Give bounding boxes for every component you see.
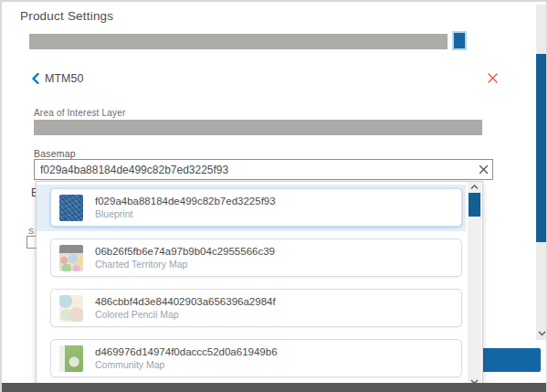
- basemap-item-id: f029a4ba88184de499c82b7ed3225f93: [95, 196, 276, 207]
- window-bottom-edge: [2, 383, 548, 392]
- basemap-input[interactable]: [35, 164, 474, 176]
- basemap-list-item[interactable]: f029a4ba88184de499c82b7ed3225f93 Bluepri…: [37, 185, 466, 231]
- basemap-list-item[interactable]: d469976d14974f0daccc52d0a61949b6 Communi…: [50, 336, 466, 382]
- basemap-thumbnail: [59, 245, 83, 271]
- clear-icon[interactable]: [474, 160, 492, 179]
- basemap-card[interactable]: f029a4ba88184de499c82b7ed3225f93 Bluepri…: [50, 188, 462, 227]
- page-scrollbar-thumb[interactable]: [536, 54, 547, 242]
- product-color-chip[interactable]: [452, 31, 467, 50]
- basemap-item-name: Blueprint: [95, 208, 276, 219]
- dropdown-scrollbar-thumb[interactable]: [469, 193, 480, 217]
- basemap-item-id: 486cbbf4d3e84402903a656396a2984f: [95, 296, 276, 307]
- dropdown-scrollbar[interactable]: [468, 182, 481, 387]
- basemap-list-item[interactable]: 486cbbf4d3e84402903a656396a2984f Colored…: [50, 286, 466, 332]
- basemap-thumbnail: [59, 295, 83, 322]
- area-of-interest-label: Area of Interest Layer: [34, 108, 126, 118]
- area-of-interest-input-redacted[interactable]: [34, 120, 482, 135]
- basemap-item-name: Colored Pencil Map: [95, 309, 276, 320]
- save-button[interactable]: [480, 348, 541, 372]
- close-icon[interactable]: [487, 72, 500, 85]
- basemap-list-item[interactable]: 06b26f5fb6e74a97b9b04c2955566c39 Charted…: [50, 236, 466, 281]
- redacted-product-field[interactable]: [29, 34, 448, 49]
- basemap-thumbnail: [59, 345, 83, 372]
- occluded-field-label-2: S: [28, 227, 34, 236]
- basemap-item-name: Charted Territory Map: [95, 259, 275, 270]
- basemap-card[interactable]: 06b26f5fb6e74a97b9b04c2955566c39 Charted…: [50, 238, 462, 277]
- basemap-combobox: [34, 159, 493, 180]
- back-button[interactable]: MTM50: [32, 72, 83, 85]
- basemap-label: Basemap: [34, 148, 76, 159]
- basemap-card[interactable]: 486cbbf4d3e84402903a656396a2984f Colored…: [50, 289, 462, 327]
- basemap-dropdown-list: f029a4ba88184de499c82b7ed3225f93 Bluepri…: [37, 182, 468, 387]
- chevron-up-icon[interactable]: [468, 182, 481, 192]
- page-scrollbar[interactable]: [536, 5, 547, 340]
- chevron-left-icon: [32, 73, 39, 84]
- basemap-dropdown-panel: f029a4ba88184de499c82b7ed3225f93 Bluepri…: [36, 181, 483, 387]
- basemap-item-name: Community Map: [95, 359, 278, 370]
- basemap-item-id: d469976d14974f0daccc52d0a61949b6: [95, 346, 278, 357]
- page-title: Product Settings: [20, 9, 113, 23]
- product-settings-dialog: Product Settings MTM50 Area of Interest …: [0, 0, 548, 392]
- chevron-down-icon[interactable]: [536, 328, 547, 339]
- basemap-thumbnail: [59, 195, 83, 221]
- basemap-card[interactable]: d469976d14974f0daccc52d0a61949b6 Communi…: [50, 339, 462, 377]
- basemap-item-id: 06b26f5fb6e74a97b9b04c2955566c39: [95, 246, 275, 257]
- back-label: MTM50: [45, 72, 83, 85]
